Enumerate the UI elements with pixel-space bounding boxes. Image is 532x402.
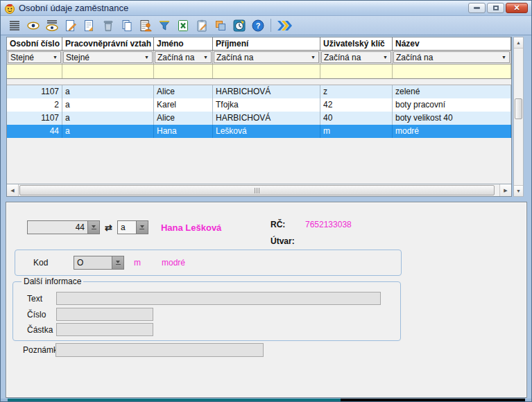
kod-name-value: modré [162, 258, 185, 268]
view-button[interactable] [24, 17, 42, 34]
cell-nazev[interactable]: zelené [393, 85, 511, 98]
cell-jmeno[interactable]: Karel [154, 98, 213, 112]
export-excel-button[interactable] [173, 17, 192, 34]
cell-nazev[interactable]: boty pracovní [393, 98, 511, 112]
edit-note-button[interactable] [192, 17, 211, 34]
grid-header-row: Osobní číslo Pracovněprávní vztah Jméno … [7, 37, 511, 51]
help-button[interactable]: ? [248, 17, 267, 34]
employee-selector-row: 44 ⇄ a Hana Lešková [27, 220, 221, 234]
column-header-jmeno[interactable]: Jméno [154, 37, 213, 51]
cell-klic[interactable]: m [320, 125, 393, 138]
funnel-icon [157, 19, 171, 33]
filter-operator-dropdown[interactable]: Začíná na▼ [321, 51, 391, 63]
filter-value-input[interactable] [7, 64, 62, 78]
filter-value-input[interactable] [213, 64, 320, 78]
table-row[interactable]: 1107 a Alice HARBICHOVÁ z zelené [7, 85, 511, 98]
duplicate-button[interactable] [211, 17, 230, 34]
spinner-arrow-icon [92, 225, 96, 228]
cell-osobni-cislo[interactable]: 1107 [7, 112, 62, 125]
cell-prijmeni[interactable]: Tfojka [213, 98, 320, 112]
horizontal-scroll-thumb[interactable] [19, 185, 495, 195]
history-button[interactable] [230, 17, 248, 34]
edit-record-button[interactable] [80, 17, 98, 34]
cell-vztah[interactable]: a [62, 85, 154, 98]
app-window: Osobní údaje zaměstnance ✕ [0, 0, 532, 402]
chevron-down-icon: ▼ [53, 55, 58, 60]
cell-klic[interactable]: z [320, 85, 393, 98]
cell-klic[interactable]: 40 [320, 112, 393, 125]
filter-value-input[interactable] [393, 64, 510, 78]
more-tools-button[interactable] [275, 17, 293, 34]
filter-button[interactable] [155, 17, 173, 34]
grid-separator [7, 79, 511, 85]
filter-operator-dropdown[interactable]: Začíná na▼ [214, 51, 319, 63]
scroll-left-button[interactable]: ◀ [7, 184, 19, 196]
column-header-prijmeni[interactable]: Příjmení [213, 37, 320, 51]
cell-vztah[interactable]: a [62, 125, 154, 138]
cell-prijmeni[interactable]: HARBICHOVÁ [213, 112, 320, 125]
castka-field[interactable] [56, 323, 153, 336]
filter-operator-dropdown[interactable]: Začíná na▼ [393, 51, 510, 63]
kod-field[interactable]: O [74, 256, 112, 270]
column-header-uzivatelsky-klic[interactable]: Uživatelský klíč [320, 37, 393, 51]
kod-spinner[interactable] [112, 256, 124, 270]
cell-vztah[interactable]: a [62, 112, 154, 125]
scroll-down-button[interactable]: ▼ [514, 185, 523, 196]
filter-operator-dropdown[interactable]: Stejné▼ [8, 51, 61, 63]
filter-operator-dropdown[interactable]: Začíná na▼ [155, 51, 212, 63]
view-with-header-button[interactable] [42, 17, 61, 34]
filter-value-input[interactable] [62, 64, 153, 78]
maximize-button[interactable] [487, 3, 504, 13]
cell-klic[interactable]: 42 [320, 98, 393, 112]
chevron-down-icon: ▼ [501, 55, 506, 60]
data-list-button[interactable] [5, 17, 24, 34]
employee-number-field[interactable]: 44 [27, 220, 88, 234]
poznamka-field[interactable] [55, 343, 264, 357]
cell-osobni-cislo[interactable]: 1107 [7, 85, 62, 98]
horizontal-scrollbar[interactable]: ◀ ▶ [7, 184, 511, 196]
minimize-button[interactable] [468, 3, 486, 13]
column-header-nazev[interactable]: Název [393, 37, 511, 51]
cell-nazev[interactable]: boty velikost 40 [393, 112, 511, 125]
filter-value-input[interactable] [320, 64, 392, 78]
table-row[interactable]: 1107 a Alice HARBICHOVÁ 40 boty velikost… [7, 112, 511, 125]
cislo-field[interactable] [56, 308, 153, 321]
employee-list-button[interactable] [136, 17, 155, 34]
scroll-up-button[interactable]: ▲ [514, 37, 523, 49]
groupbox-label: Další informace [22, 277, 83, 286]
relation-code-field[interactable]: a [117, 220, 137, 234]
copy-record-button[interactable] [117, 17, 136, 34]
toolbar-separator [271, 19, 271, 32]
cell-jmeno[interactable]: Hana [154, 125, 213, 138]
kod-key-value: m [134, 258, 141, 268]
employee-number-spinner[interactable] [88, 220, 100, 234]
column-header-pracovnepravni-vztah[interactable]: Pracovněprávní vztah [62, 37, 154, 51]
text-field[interactable] [56, 292, 381, 305]
close-button[interactable]: ✕ [506, 3, 528, 13]
double-chevron-icon [276, 19, 293, 33]
trash-icon [101, 19, 115, 33]
table-row-selected[interactable]: 44 a Hana Lešková m modré [7, 125, 511, 138]
scroll-right-button[interactable]: ▶ [499, 184, 511, 196]
column-header-osobni-cislo[interactable]: Osobní číslo [7, 37, 62, 51]
cell-prijmeni[interactable]: Lešková [213, 125, 320, 138]
window-title: Osobní údaje zaměstnance [19, 3, 468, 13]
vertical-scrollbar[interactable]: ▲ ▼ [513, 37, 524, 197]
cell-osobni-cislo[interactable]: 2 [7, 98, 62, 112]
cell-prijmeni[interactable]: HARBICHOVÁ [213, 85, 320, 98]
cell-jmeno[interactable]: Alice [154, 112, 213, 125]
new-record-button[interactable] [61, 17, 80, 34]
swap-arrows-icon[interactable]: ⇄ [105, 223, 112, 232]
cell-nazev[interactable]: modré [393, 125, 511, 138]
cell-osobni-cislo[interactable]: 44 [7, 125, 62, 138]
table-row[interactable]: 2 a Karel Tfojka 42 boty pracovní [7, 98, 511, 112]
maximize-icon [493, 6, 499, 10]
delete-record-button[interactable] [98, 17, 117, 34]
relation-code-spinner[interactable] [137, 220, 148, 234]
filter-operator-dropdown[interactable]: Stejné▼ [63, 51, 153, 63]
cell-jmeno[interactable]: Alice [154, 85, 213, 98]
vertical-scroll-thumb[interactable] [515, 98, 522, 119]
horizontal-scroll-track[interactable] [19, 184, 499, 196]
cell-vztah[interactable]: a [62, 98, 154, 112]
filter-value-input[interactable] [154, 64, 212, 78]
